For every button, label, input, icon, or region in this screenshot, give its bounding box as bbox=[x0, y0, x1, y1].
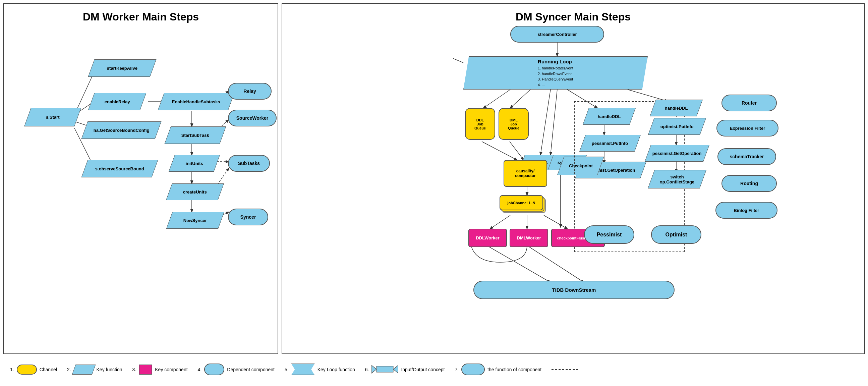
legend-keyloop-shape bbox=[291, 363, 315, 375]
legend-keycomp-shape bbox=[139, 364, 152, 375]
node-tidbDownStream: TiDB DownStream bbox=[473, 281, 675, 299]
node-binlogFilter: Binlog Filter bbox=[715, 202, 777, 219]
legend-keyfunc-shape bbox=[72, 364, 96, 375]
node-runningLoop: Running Loop 1. handleRotateEvent2. hand… bbox=[463, 56, 648, 90]
legend-item-io: 6. Input/Output concept bbox=[365, 363, 445, 375]
legend-num-2: 2. bbox=[67, 367, 71, 372]
legend-num-6: 6. bbox=[365, 367, 369, 372]
legend-item-keyloop: 5. Key Loop function bbox=[285, 363, 355, 375]
legend-label-6: Input/Output concept bbox=[401, 367, 444, 372]
svg-line-30 bbox=[487, 245, 551, 283]
legend-label-2: Key function bbox=[97, 367, 122, 372]
node-enableRelay: enableRelay bbox=[88, 93, 147, 110]
node-relay: Relay bbox=[228, 83, 272, 99]
legend-item-keyfunction: 2. Key function bbox=[67, 364, 122, 375]
node-pessimist: Pessimist bbox=[584, 225, 634, 244]
legend-item-dotted bbox=[552, 369, 578, 370]
node-ddlWorker: DDLWorker bbox=[468, 229, 507, 247]
left-title: DM Worker Main Steps bbox=[4, 4, 278, 27]
node-handleDDL2: handleDDL bbox=[650, 99, 703, 116]
legend-io-shape bbox=[371, 363, 398, 375]
node-causalityCompactor: causality/ compactor bbox=[503, 160, 547, 187]
svg-line-21 bbox=[509, 142, 524, 160]
node-jobChannel: jobChannel 1..N bbox=[500, 195, 550, 217]
legend-label-7: the function of component bbox=[488, 367, 541, 372]
node-s-start: s.Start bbox=[24, 108, 81, 126]
node-schemaTracker: schemaTracker bbox=[717, 148, 776, 165]
svg-marker-36 bbox=[371, 365, 376, 373]
main-container: DM Worker Main Steps bbox=[0, 0, 868, 386]
svg-line-18 bbox=[540, 90, 551, 155]
svg-line-15 bbox=[484, 90, 510, 108]
diagrams-row: DM Worker Main Steps bbox=[3, 3, 865, 354]
legend-channel-shape bbox=[17, 364, 37, 375]
node-optimistPutInfo: optimist.PutInfo bbox=[648, 118, 706, 135]
svg-line-20 bbox=[482, 142, 517, 160]
node-newSyncer: NewSyncer bbox=[166, 212, 224, 229]
node-enableHandleSubtasks: EnableHandleSubtasks bbox=[158, 93, 235, 110]
legend-dotted-shape bbox=[552, 369, 578, 370]
left-svg-arrows bbox=[4, 4, 278, 354]
node-initUnits: initUnits bbox=[168, 155, 220, 172]
legend-item-channel: 1. Channel bbox=[10, 364, 57, 375]
svg-line-26 bbox=[490, 215, 510, 229]
node-expressionFilter: Expression Filter bbox=[716, 120, 778, 137]
right-diagram: DM Syncer Main Steps streamerController … bbox=[282, 3, 865, 354]
right-title: DM Syncer Main Steps bbox=[282, 4, 864, 27]
legend-item-keycomponent: 3. Key component bbox=[132, 364, 188, 375]
node-optimist: Optimist bbox=[651, 225, 701, 244]
node-dmlWorker: DMLWorker bbox=[509, 229, 548, 247]
node-ddlJobQueue: DDL Job Queue bbox=[465, 108, 495, 140]
legend: 1. Channel 2. Key function 3. Key compon… bbox=[3, 356, 865, 383]
legend-depcomp-shape bbox=[204, 363, 224, 375]
svg-marker-37 bbox=[393, 365, 398, 373]
legend-item-funccomp: 7. the function of component bbox=[455, 363, 541, 375]
node-router: Router bbox=[721, 95, 777, 111]
node-createUnits: createUnits bbox=[166, 183, 224, 200]
svg-line-28 bbox=[544, 215, 567, 229]
legend-label-5: Key Loop function bbox=[317, 367, 355, 372]
legend-label-4: Dependent component bbox=[227, 367, 275, 372]
svg-line-19 bbox=[551, 90, 557, 155]
legend-num-3: 3. bbox=[132, 367, 136, 372]
node-streamerController: streamerController bbox=[510, 26, 604, 42]
legend-num-4: 4. bbox=[198, 367, 202, 372]
node-dmlJobQueue: DML Job Queue bbox=[499, 108, 529, 140]
legend-funccomp-shape bbox=[461, 363, 485, 375]
svg-line-16 bbox=[510, 90, 530, 108]
node-startSubTask: StartSubTask bbox=[165, 126, 226, 144]
running-loop-label: Running Loop bbox=[538, 58, 573, 66]
running-loop-items: 1. handleRotateEvent2. handleRowsEvent3.… bbox=[538, 65, 573, 88]
legend-label-1: Channel bbox=[39, 367, 57, 372]
legend-num-1: 1. bbox=[10, 367, 14, 372]
node-routing: Routing bbox=[721, 175, 777, 192]
svg-rect-38 bbox=[376, 366, 393, 372]
left-diagram: DM Worker Main Steps bbox=[3, 3, 278, 354]
node-syncer: Syncer bbox=[228, 209, 268, 225]
legend-num-7: 7. bbox=[455, 367, 459, 372]
node-switchOp: switch op.ConflictStage bbox=[648, 170, 706, 188]
legend-label-3: Key component bbox=[155, 367, 187, 372]
node-sourceWorker: SourceWorker bbox=[228, 110, 277, 126]
node-startKeepAlive: startKeepAlive bbox=[88, 59, 157, 77]
node-subTasks: SubTasks bbox=[228, 155, 270, 172]
legend-num-5: 5. bbox=[285, 367, 289, 372]
legend-item-dependentcomponent: 4. Dependent component bbox=[198, 363, 275, 375]
node-s-observe: s.observeSourceBound bbox=[82, 160, 158, 177]
node-ha-get: ha.GetSourceBoundConfig bbox=[82, 121, 162, 139]
node-pessimistGetOperation2: pessimist.GetOperation bbox=[645, 145, 709, 161]
